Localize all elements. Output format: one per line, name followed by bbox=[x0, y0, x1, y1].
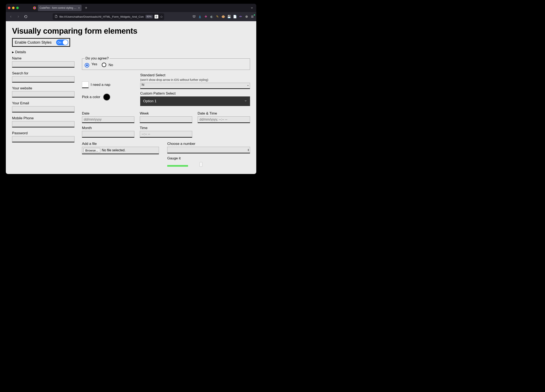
datetime-placeholder: dd/mm/yyyy, --:-- -- bbox=[199, 118, 227, 121]
custom-select[interactable]: Option 1 bbox=[140, 96, 250, 106]
ext-icon-1[interactable]: ❖ bbox=[204, 15, 208, 18]
enable-switch[interactable]: On bbox=[56, 40, 68, 45]
datetime-input[interactable]: dd/mm/yyyy, --:-- -- bbox=[198, 116, 250, 123]
time-label: Time bbox=[140, 126, 192, 130]
std-select-value: hi bbox=[142, 83, 144, 86]
file-icon bbox=[55, 15, 58, 18]
zoom-badge[interactable]: 90% bbox=[145, 15, 153, 18]
password-input[interactable] bbox=[12, 136, 74, 142]
time-placeholder: --:-- -- bbox=[142, 132, 150, 136]
browser-window: CodePen - form control styling comp × + … bbox=[6, 4, 256, 174]
close-window-button[interactable] bbox=[8, 7, 10, 9]
color-label: Pick a color bbox=[82, 95, 100, 99]
radio-yes-label: Yes bbox=[91, 62, 97, 66]
number-input[interactable]: ▴ ▾ bbox=[167, 147, 250, 153]
radio-no[interactable]: No bbox=[102, 63, 113, 67]
custom-select-value: Option 1 bbox=[143, 99, 156, 103]
phone-input[interactable] bbox=[12, 121, 74, 127]
search-input[interactable] bbox=[12, 76, 74, 83]
std-select-sub: (won't show drop arrow in iOS without fu… bbox=[140, 78, 250, 81]
file-status: No file selected. bbox=[102, 148, 126, 152]
browse-button[interactable]: Browse... bbox=[83, 148, 100, 153]
reload-button[interactable] bbox=[23, 14, 29, 19]
back-button[interactable] bbox=[8, 14, 14, 19]
name-input[interactable] bbox=[12, 61, 74, 67]
tab-title: CodePen - form control styling comp bbox=[39, 6, 77, 9]
zoom-window-button[interactable] bbox=[16, 7, 19, 9]
left-column: Name Search for Your website Your Email bbox=[12, 56, 74, 146]
right-column: Do you agree? Yes No bbox=[82, 56, 250, 167]
website-label: Your website bbox=[12, 86, 74, 90]
stepper-down-icon: ▾ bbox=[248, 150, 249, 151]
gauge-slider[interactable] bbox=[167, 163, 250, 167]
color-input[interactable] bbox=[103, 94, 110, 101]
enable-custom-styles-box: Enable Custom Styles On bbox=[12, 38, 70, 47]
radio-no-label: No bbox=[109, 63, 113, 67]
radio-icon bbox=[102, 63, 106, 67]
radio-yes[interactable]: Yes bbox=[85, 62, 97, 67]
number-stepper[interactable]: ▴ ▾ bbox=[248, 148, 249, 151]
forward-button[interactable] bbox=[15, 14, 21, 19]
phone-label: Mobile Phone bbox=[12, 116, 74, 120]
page-content: Visually comparing form elements Enable … bbox=[6, 21, 256, 174]
nap-checkbox[interactable] bbox=[82, 81, 89, 88]
std-select-label: Standard Select bbox=[140, 73, 250, 77]
switch-text: On bbox=[57, 41, 61, 44]
date-label: Date bbox=[82, 111, 134, 115]
email-label: Your Email bbox=[12, 101, 74, 105]
enable-label: Enable Custom Styles bbox=[15, 40, 52, 45]
ext-icon-8[interactable]: ⬣ bbox=[245, 15, 248, 18]
browser-tab[interactable]: CodePen - form control styling comp × bbox=[38, 5, 81, 11]
password-label: Password bbox=[12, 131, 74, 135]
details-label: Details bbox=[15, 50, 26, 54]
agree-legend: Do you agree? bbox=[85, 56, 110, 60]
week-input[interactable] bbox=[140, 116, 192, 123]
email-input[interactable] bbox=[12, 106, 74, 112]
details-toggle[interactable]: ▶ Details bbox=[12, 50, 250, 54]
agree-fieldset: Do you agree? Yes No bbox=[82, 56, 250, 70]
date-input[interactable]: dd/mm/yyyy bbox=[82, 116, 134, 123]
ext-icon-5[interactable]: 💾 bbox=[227, 15, 231, 18]
ext-icon-2[interactable]: ◐ bbox=[210, 15, 213, 18]
ext-icon-6[interactable]: 📄 bbox=[233, 15, 237, 18]
file-input[interactable]: Browse... No file selected. bbox=[82, 147, 159, 154]
search-label: Search for bbox=[12, 71, 74, 75]
new-tab-button[interactable]: + bbox=[83, 5, 89, 11]
gauge-thumb[interactable] bbox=[199, 162, 202, 167]
tab-strip: CodePen - form control styling comp × + bbox=[6, 4, 256, 12]
ext-icon-7[interactable]: ✏ bbox=[239, 15, 242, 18]
ext-icon-4[interactable]: 🐵 bbox=[221, 15, 225, 18]
month-label: Month bbox=[82, 126, 134, 130]
window-controls bbox=[8, 7, 19, 9]
chevron-down-icon bbox=[244, 99, 247, 103]
week-label: Week bbox=[140, 111, 192, 115]
download-icon[interactable] bbox=[198, 15, 202, 18]
close-tab-icon[interactable]: × bbox=[78, 6, 80, 9]
datetime-label: Date & Time bbox=[198, 111, 250, 115]
browser-toolbar: file:///Users/nathan/Downloads/All_HTML_… bbox=[6, 12, 256, 21]
firefox-icon bbox=[33, 6, 36, 10]
url-input[interactable]: file:///Users/nathan/Downloads/All_HTML_… bbox=[53, 13, 164, 20]
address-bar: file:///Users/nathan/Downloads/All_HTML_… bbox=[30, 13, 186, 20]
month-input[interactable] bbox=[82, 131, 134, 138]
minimize-window-button[interactable] bbox=[12, 7, 15, 9]
std-select[interactable]: hi bbox=[140, 83, 250, 89]
tabs-overflow-button[interactable] bbox=[250, 4, 253, 12]
custom-select-label: Custom Pattern Select bbox=[140, 91, 250, 96]
time-input[interactable]: --:-- -- bbox=[140, 131, 192, 138]
ext-icon-3[interactable]: ✎ bbox=[216, 15, 219, 18]
bookmark-star-icon[interactable]: ☆ bbox=[160, 15, 163, 19]
gauge-fill bbox=[167, 165, 188, 167]
app-menu-button[interactable] bbox=[250, 15, 254, 18]
website-input[interactable] bbox=[12, 91, 74, 97]
reader-mode-badge[interactable]: D bbox=[155, 15, 158, 18]
switch-knob bbox=[63, 40, 68, 45]
name-label: Name bbox=[12, 56, 74, 60]
svg-point-1 bbox=[34, 7, 35, 9]
extensions-row: ❖ ◐ ✎ 🐵 💾 📄 ✏ ⬣ bbox=[192, 15, 254, 18]
radio-icon bbox=[85, 63, 89, 67]
gauge-label: Gauge it bbox=[167, 156, 250, 160]
pocket-icon[interactable] bbox=[192, 15, 196, 18]
file-label: Add a file bbox=[82, 142, 159, 146]
date-placeholder: dd/mm/yyyy bbox=[84, 118, 101, 121]
